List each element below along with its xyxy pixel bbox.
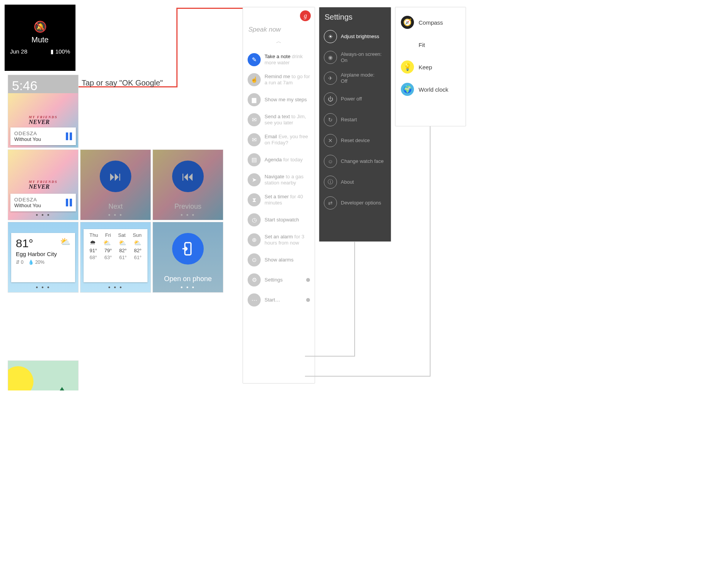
voice-item-icon: ⧗ <box>248 193 261 206</box>
next-icon[interactable]: ⏭ <box>100 161 131 192</box>
voice-item-icon: ◷ <box>248 213 261 226</box>
voice-item-icon: ☝ <box>248 73 261 86</box>
voice-item-icon: ✉ <box>248 133 261 146</box>
voice-item-icon: ▤ <box>248 153 261 166</box>
pause-icon-2[interactable] <box>66 199 72 206</box>
voice-item-0[interactable]: ✎ Take a note drink more water <box>243 50 315 70</box>
open-on-phone-icon[interactable] <box>172 233 204 265</box>
voice-item-icon: ➤ <box>248 173 261 186</box>
next-label: Next <box>80 203 151 211</box>
watch-face[interactable]: 5:46 MY FRIENDSNEVER ODESZA Without You <box>8 75 79 148</box>
link-settings-1 <box>305 356 355 357</box>
app-label: Fit <box>419 42 425 48</box>
voice-item-3[interactable]: ✉ Send a text to Jim, see you later <box>243 110 315 130</box>
weather-city: Egg Harbor City <box>16 251 70 257</box>
app-label: World clock <box>419 86 448 93</box>
mute-tile[interactable]: 🔕 Mute Jun 28 ▮ 100% <box>5 5 75 71</box>
app-icon: ❤ <box>401 38 414 51</box>
app-icon: 💡 <box>401 60 414 74</box>
settings-item-icon: ⏻ <box>324 92 337 106</box>
forecast-tile[interactable]: ThuFriSatSun 🌧⛅⛅⛅ 91°79°82°82° 68°63°61°… <box>80 222 151 293</box>
mute-label: Mute <box>32 35 49 44</box>
google-badge-icon[interactable]: g <box>300 10 311 21</box>
pause-icon[interactable] <box>66 132 72 140</box>
settings-item-1[interactable]: ◉ Always-on screen:On <box>319 47 391 68</box>
speak-now-label: Speak now <box>243 21 315 34</box>
settings-item-icon: ✕ <box>324 134 337 147</box>
settings-item-0[interactable]: ☀ Adjust brightness <box>319 26 391 47</box>
settings-item-icon: ✈ <box>324 72 337 85</box>
bell-mute-icon: 🔕 <box>34 20 47 33</box>
settings-item-3[interactable]: ⏻ Power off <box>319 89 391 109</box>
link-settings-2 <box>354 242 355 357</box>
voice-item-10[interactable]: ⊙ Show alarms <box>243 250 315 270</box>
app-item-1[interactable]: ❤ Fit <box>395 34 466 56</box>
voice-item-12[interactable]: ⋯ Start… <box>243 290 315 310</box>
previous-tile[interactable]: ⏮ Previous ● ● ● <box>152 149 223 220</box>
connector-line-2 <box>176 8 178 87</box>
music-track: Without You <box>14 136 41 142</box>
link-start-2 <box>430 126 431 377</box>
settings-item-icon: ☀ <box>324 30 337 43</box>
voice-item-1[interactable]: ☝ Remind me to go for a run at 7am <box>243 70 315 90</box>
steps-tile[interactable]: 54 steps <box>8 360 79 390</box>
weather-tile[interactable]: 81° ⛅ Egg Harbor City ⇵ 0 💧 20% ● ● ● <box>8 222 79 293</box>
previous-icon[interactable]: ⏮ <box>172 161 204 192</box>
settings-item-icon: ☺ <box>324 155 337 168</box>
settings-item-2[interactable]: ✈ Airplane mode:Off <box>319 68 391 89</box>
open-on-phone-tile[interactable]: Open on phone ● ● ● <box>152 222 223 293</box>
weather-temp: 81° <box>16 237 33 250</box>
app-item-3[interactable]: 🌍 World clock <box>395 78 466 101</box>
settings-item-icon: ⇄ <box>324 196 337 209</box>
link-pin-icon <box>306 278 310 282</box>
apps-panel: 🧭 Compass❤ Fit💡 Keep🌍 World clock <box>395 7 466 126</box>
next-tile[interactable]: ⏭ Next ● ● ● <box>80 149 151 220</box>
weather-humidity: 💧 20% <box>28 260 44 265</box>
voice-item-8[interactable]: ◷ Start stopwatch <box>243 210 315 230</box>
link-start-1 <box>305 376 431 377</box>
ok-google-callout: Tap or say "OK Google" <box>82 79 163 87</box>
app-icon: 🧭 <box>401 16 414 29</box>
voice-item-icon: ⊙ <box>248 253 261 266</box>
now-playing-card-2[interactable]: ODESZA Without You <box>10 194 76 211</box>
link-pin-icon <box>306 298 310 302</box>
mute-date: Jun 28 <box>10 48 27 55</box>
settings-item-5[interactable]: ✕ Reset device <box>319 130 391 151</box>
voice-panel: g Speak now ︿ ✎ Take a note drink more w… <box>243 7 315 384</box>
voice-item-icon: ⚙ <box>248 273 261 286</box>
settings-item-8[interactable]: ⇄ Developer options <box>319 193 391 213</box>
app-item-2[interactable]: 💡 Keep <box>395 56 466 78</box>
now-playing-card[interactable]: ODESZA Without You <box>10 127 76 145</box>
app-label: Compass <box>419 19 443 26</box>
mute-battery: ▮ 100% <box>50 48 70 55</box>
settings-item-4[interactable]: ↻ Restart <box>319 109 391 130</box>
chevron-up-icon[interactable]: ︿ <box>243 34 315 50</box>
settings-item-icon: ⓘ <box>324 176 337 189</box>
voice-item-icon: ✉ <box>248 113 261 126</box>
forecast-icons: 🌧⛅⛅⛅ <box>86 239 145 246</box>
voice-item-9[interactable]: ⊕ Set an alarm for 3 hours from now <box>243 230 315 250</box>
page-dots: ● ● ● <box>8 213 78 217</box>
voice-item-2[interactable]: ▆ Show me my steps <box>243 90 315 110</box>
voice-item-4[interactable]: ✉ Email Eve, you free on Friday? <box>243 130 315 150</box>
voice-item-icon: ✎ <box>248 53 261 66</box>
voice-item-6[interactable]: ➤ Navigate to a gas station nearby <box>243 170 315 190</box>
voice-item-icon: ⋯ <box>248 293 261 307</box>
music-artist: ODESZA <box>14 131 41 136</box>
settings-item-6[interactable]: ☺ Change watch face <box>319 151 391 172</box>
app-icon: 🌍 <box>401 83 414 96</box>
app-item-0[interactable]: 🧭 Compass <box>395 11 466 34</box>
previous-label: Previous <box>153 203 223 211</box>
voice-item-icon: ⊕ <box>248 233 261 246</box>
voice-item-icon: ▆ <box>248 93 261 106</box>
now-playing-tile[interactable]: MY FRIENDSNEVER ODESZA Without You ● ● ● <box>8 149 79 220</box>
settings-item-7[interactable]: ⓘ About <box>319 172 391 193</box>
voice-item-11[interactable]: ⚙ Settings <box>243 270 315 290</box>
settings-panel: Settings ☀ Adjust brightness◉ Always-on … <box>319 7 391 242</box>
settings-item-icon: ◉ <box>324 51 337 64</box>
voice-item-7[interactable]: ⧗ Set a timer for 40 minutes <box>243 190 315 210</box>
connector-line-3 <box>176 8 243 9</box>
weather-wind: ⇵ 0 <box>16 260 23 265</box>
voice-item-5[interactable]: ▤ Agenda for today <box>243 150 315 170</box>
settings-title: Settings <box>319 11 391 26</box>
